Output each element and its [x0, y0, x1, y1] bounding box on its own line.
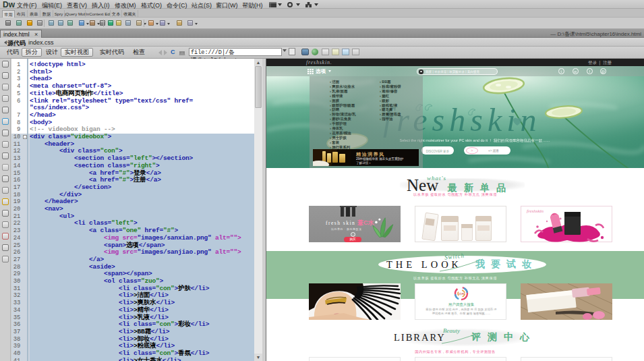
- svg-text:DISCOVER 更多: DISCOVER 更多: [426, 150, 450, 153]
- svg-text:+> 观看: +> 观看: [488, 148, 499, 153]
- svg-text:>: >: [471, 149, 473, 152]
- svg-text:试用: 试用: [459, 292, 464, 296]
